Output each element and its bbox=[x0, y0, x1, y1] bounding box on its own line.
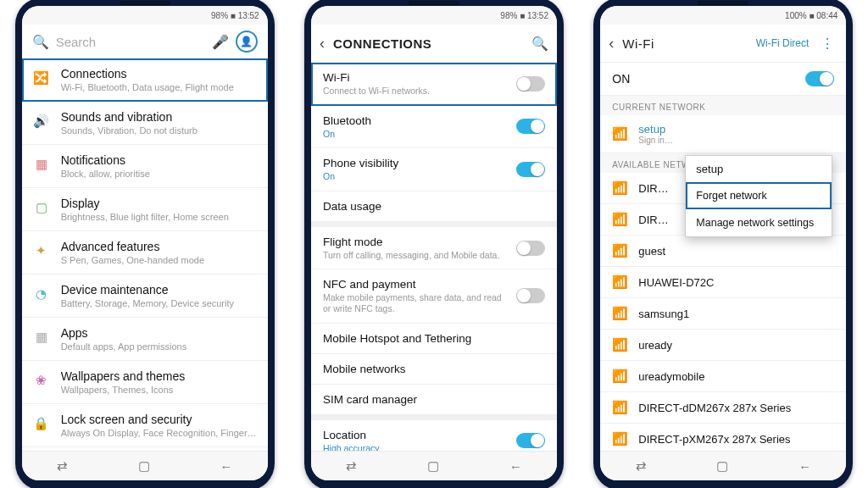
back-button[interactable]: ← bbox=[220, 459, 232, 474]
network-name: DIRECT-dDM267x 287x Series bbox=[638, 402, 791, 414]
phone-connections: 98% ■ 13:52 ‹ CONNECTIONS 🔍 Wi-FiConnect… bbox=[304, 0, 564, 488]
status-text: 98% ■ 13:52 bbox=[211, 11, 259, 20]
item-title: Data usage bbox=[323, 200, 545, 213]
settings-item-subtitle: Brightness, Blue light filter, Home scre… bbox=[61, 212, 258, 222]
item-toggle[interactable] bbox=[516, 119, 545, 134]
wifi-icon: 📶 bbox=[612, 369, 628, 384]
item-title: Flight mode bbox=[323, 236, 508, 248]
settings-item-device-maintenance[interactable]: ◔Device maintenanceBattery, Storage, Mem… bbox=[22, 274, 268, 318]
connections-item-mobile-hotspot-and-tethering[interactable]: Mobile Hotspot and Tethering bbox=[311, 324, 557, 354]
settings-item-subtitle: Battery, Storage, Memory, Device securit… bbox=[61, 298, 258, 308]
settings-item-notifications[interactable]: ▦NotificationsBlock, allow, prioritise bbox=[22, 145, 268, 188]
phone-wifi: 100% ■ 08:44 ‹ Wi-Fi Wi-Fi Direct ⋮ ON C… bbox=[593, 0, 853, 488]
available-network[interactable]: 📶samsung1 bbox=[600, 298, 846, 330]
settings-item-title: Lock screen and security bbox=[61, 413, 258, 426]
wifi-direct-link[interactable]: Wi-Fi Direct bbox=[756, 37, 810, 49]
item-title: SIM card manager bbox=[323, 393, 545, 406]
available-network[interactable]: 📶guest bbox=[600, 236, 846, 267]
settings-item-icon: ▦ bbox=[32, 328, 51, 347]
mic-icon[interactable]: 🎤 bbox=[212, 34, 229, 50]
status-bar: 98% ■ 13:52 bbox=[22, 6, 268, 25]
network-name: guest bbox=[638, 245, 665, 258]
wifi-icon: 📶 bbox=[612, 306, 628, 321]
settings-item-subtitle: Wallpapers, Themes, Icons bbox=[61, 385, 258, 395]
back-button[interactable]: ← bbox=[798, 459, 811, 474]
settings-item-sounds-and-vibration[interactable]: 🔊Sounds and vibrationSounds, Vibration, … bbox=[22, 102, 268, 145]
back-icon[interactable]: ‹ bbox=[609, 35, 614, 53]
settings-item-icon: 🔊 bbox=[32, 112, 51, 130]
available-network[interactable]: 📶ureadymobile bbox=[600, 361, 846, 392]
popup-forget-network[interactable]: Forget network bbox=[686, 182, 832, 209]
settings-item-apps[interactable]: ▦AppsDefault apps, App permissions bbox=[22, 318, 268, 361]
wifi-master-toggle[interactable] bbox=[805, 71, 834, 86]
settings-item-subtitle: Sounds, Vibration, Do not disturb bbox=[61, 125, 258, 136]
network-name: DIRECT-pXM267x 287x Series bbox=[638, 433, 790, 446]
settings-item-icon: ❀ bbox=[32, 371, 51, 390]
available-network[interactable]: 📶HUAWEI-D72C bbox=[600, 267, 846, 298]
network-name: DIR… bbox=[638, 214, 668, 226]
settings-item-title: Advanced features bbox=[61, 240, 258, 253]
android-nav-bar: ⇄ ▢ ← bbox=[22, 451, 268, 480]
item-toggle[interactable] bbox=[516, 241, 545, 256]
settings-item-title: Wallpapers and themes bbox=[61, 369, 258, 383]
item-toggle[interactable] bbox=[516, 433, 545, 448]
available-network[interactable]: 📶DIRECT-pXM267x 287x Series bbox=[600, 424, 846, 451]
item-title: Mobile Hotspot and Tethering bbox=[323, 332, 545, 345]
recents-button[interactable]: ⇄ bbox=[57, 458, 68, 474]
connections-item-location[interactable]: LocationHigh accuracy bbox=[311, 420, 557, 451]
home-button[interactable]: ▢ bbox=[716, 458, 728, 474]
connections-item-sim-card-manager[interactable]: SIM card manager bbox=[311, 385, 557, 415]
back-button[interactable]: ← bbox=[509, 459, 522, 474]
available-network[interactable]: 📶uready bbox=[600, 330, 846, 361]
item-toggle[interactable] bbox=[516, 288, 545, 303]
settings-item-icon: ▦ bbox=[32, 155, 51, 174]
android-nav-bar: ⇄ ▢ ← bbox=[600, 451, 846, 480]
settings-item-subtitle: Block, allow, prioritise bbox=[61, 169, 258, 179]
status-text: 98% ■ 13:52 bbox=[500, 11, 548, 20]
available-network[interactable]: 📶DIRECT-dDM267x 287x Series bbox=[600, 392, 846, 424]
connections-header: ‹ CONNECTIONS 🔍 bbox=[311, 25, 557, 63]
connections-item-nfc-and-payment[interactable]: NFC and paymentMake mobile payments, sha… bbox=[311, 269, 557, 323]
home-button[interactable]: ▢ bbox=[427, 458, 439, 474]
popup-manage-settings[interactable]: Manage network settings bbox=[686, 209, 832, 236]
phone-settings: 98% ■ 13:52 🔍 Search 🎤 👤 🔀ConnectionsWi-… bbox=[15, 0, 275, 488]
search-icon[interactable]: 🔍 bbox=[531, 36, 548, 52]
item-subtitle: On bbox=[323, 129, 508, 140]
settings-search-bar[interactable]: 🔍 Search 🎤 👤 bbox=[22, 25, 268, 58]
network-name: DIR… bbox=[638, 182, 668, 195]
settings-item-advanced-features[interactable]: ✦Advanced featuresS Pen, Games, One-hand… bbox=[22, 231, 268, 274]
home-button[interactable]: ▢ bbox=[138, 458, 150, 474]
connections-item-flight-mode[interactable]: Flight modeTurn off calling, messaging, … bbox=[311, 227, 557, 270]
settings-item-title: Apps bbox=[61, 326, 258, 340]
recents-button[interactable]: ⇄ bbox=[346, 458, 357, 474]
current-network[interactable]: 📶setupSign in… bbox=[600, 115, 846, 153]
settings-item-connections[interactable]: 🔀ConnectionsWi-Fi, Bluetooth, Data usage… bbox=[22, 58, 268, 102]
connections-item-mobile-networks[interactable]: Mobile networks bbox=[311, 354, 557, 385]
header-title: CONNECTIONS bbox=[333, 36, 523, 51]
settings-item-display[interactable]: ▢DisplayBrightness, Blue light filter, H… bbox=[22, 188, 268, 231]
wifi-master-toggle-row[interactable]: ON bbox=[600, 63, 846, 96]
settings-item-title: Device maintenance bbox=[61, 283, 258, 297]
android-nav-bar: ⇄ ▢ ← bbox=[311, 451, 557, 480]
connections-item-bluetooth[interactable]: BluetoothOn bbox=[311, 106, 557, 149]
settings-item-subtitle: Wi-Fi, Bluetooth, Data usage, Flight mod… bbox=[61, 82, 258, 92]
settings-item-title: Sounds and vibration bbox=[61, 110, 258, 124]
item-toggle[interactable] bbox=[516, 76, 545, 92]
connections-item-wi-fi[interactable]: Wi-FiConnect to Wi-Fi networks. bbox=[311, 63, 557, 106]
settings-item-lock-screen-and-security[interactable]: 🔒Lock screen and securityAlways On Displ… bbox=[22, 404, 268, 447]
item-subtitle: Connect to Wi-Fi networks. bbox=[323, 86, 508, 97]
connections-item-data-usage[interactable]: Data usage bbox=[311, 191, 557, 222]
status-text: 100% ■ 08:44 bbox=[785, 11, 837, 20]
recents-button[interactable]: ⇄ bbox=[636, 458, 647, 474]
network-name: ureadymobile bbox=[638, 370, 704, 383]
more-icon[interactable]: ⋮ bbox=[817, 36, 837, 52]
item-toggle[interactable] bbox=[516, 162, 545, 177]
connections-item-phone-visibility[interactable]: Phone visibilityOn bbox=[311, 148, 557, 191]
wifi-header: ‹ Wi-Fi Wi-Fi Direct ⋮ bbox=[600, 25, 846, 63]
settings-item-subtitle: Default apps, App permissions bbox=[61, 341, 258, 352]
back-icon[interactable]: ‹ bbox=[320, 35, 325, 53]
settings-item-wallpapers-and-themes[interactable]: ❀Wallpapers and themesWallpapers, Themes… bbox=[22, 361, 268, 404]
account-icon[interactable]: 👤 bbox=[236, 30, 258, 53]
on-label: ON bbox=[612, 72, 630, 86]
status-bar: 98% ■ 13:52 bbox=[311, 6, 557, 25]
